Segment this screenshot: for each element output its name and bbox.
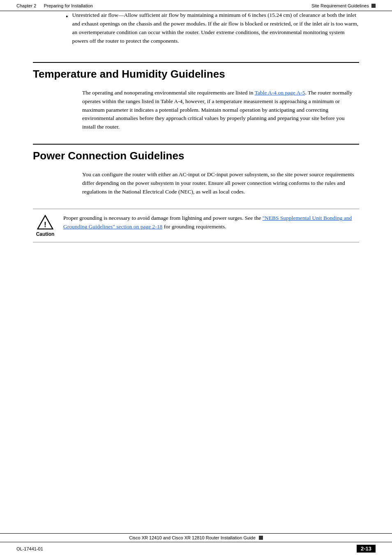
chapter-title: Preparing for Installation: [44, 3, 93, 8]
nebs-link[interactable]: "NEBS Supplemental Unit Bonding and Grou…: [63, 215, 352, 230]
section-title: Site Requirement Guidelines: [311, 3, 369, 8]
caution-triangle-icon: !: [37, 215, 53, 230]
power-heading: Power Connection Guidelines: [33, 144, 359, 162]
chapter-label: Chapter 2: [16, 3, 36, 8]
footer-doc-title: Cisco XR 12410 and Cisco XR 12810 Router…: [129, 535, 256, 540]
temperature-section: Temperature and Humidity Guidelines The …: [33, 62, 359, 132]
page: Chapter 2 Preparing for Installation Sit…: [0, 0, 392, 555]
header-square-icon: [371, 4, 376, 8]
power-body: You can configure the router with either…: [33, 170, 359, 196]
bullet-text-airflow: Unrestricted air flow—Allow sufficient a…: [72, 11, 359, 46]
power-section: Power Connection Guidelines You can conf…: [33, 144, 359, 242]
footer-square-icon: [259, 536, 263, 540]
footer-doc-number: OL-17441-01: [16, 546, 43, 551]
footer-page-bar: OL-17441-01 2-13: [0, 542, 392, 555]
footer-page-number: 2-13: [357, 545, 376, 553]
table-a4-link[interactable]: Table A-4 on page A-5: [255, 90, 305, 96]
svg-text:!: !: [44, 220, 46, 229]
main-content: • Unrestricted air flow—Allow sufficient…: [0, 11, 392, 242]
temperature-body: The operating and nonoperating environme…: [33, 89, 359, 132]
caution-text: Proper grounding is necessary to avoid d…: [63, 214, 359, 231]
footer-title-bar: Cisco XR 12410 and Cisco XR 12810 Router…: [0, 533, 392, 542]
caution-icon-area: ! Caution: [33, 214, 58, 237]
caution-box: ! Caution Proper grounding is necessary …: [33, 209, 359, 242]
top-header: Chapter 2 Preparing for Installation Sit…: [0, 0, 392, 11]
bullet-dot: •: [66, 12, 68, 46]
caution-label: Caution: [36, 231, 55, 237]
bullet-section: • Unrestricted air flow—Allow sufficient…: [33, 11, 359, 46]
bottom-footer: Cisco XR 12410 and Cisco XR 12810 Router…: [0, 533, 392, 555]
chapter-info: Chapter 2 Preparing for Installation: [16, 3, 93, 8]
section-info: Site Requirement Guidelines: [311, 3, 376, 8]
temperature-heading: Temperature and Humidity Guidelines: [33, 62, 359, 81]
bullet-item-airflow: • Unrestricted air flow—Allow sufficient…: [66, 11, 359, 46]
